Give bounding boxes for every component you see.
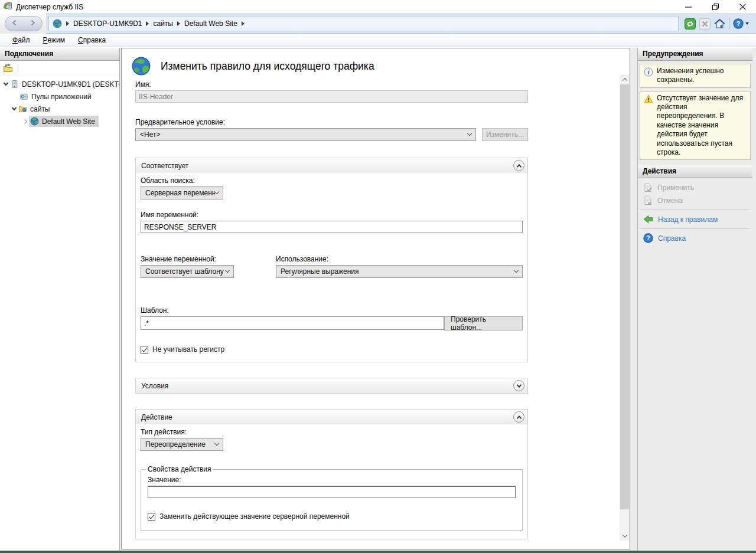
pattern-label: Шаблон: (141, 306, 523, 315)
apply-label: Применить (657, 184, 694, 192)
menu-view[interactable]: Режим (37, 34, 72, 47)
expander-open-icon[interactable] (10, 108, 18, 110)
help-icon: ? (643, 233, 653, 243)
pattern-input[interactable] (141, 316, 444, 330)
name-input[interactable] (135, 90, 528, 103)
main-area: Изменить правило для исходящего трафика … (120, 48, 637, 551)
action-section: Действие Тип действия: Переопределение С… (135, 409, 528, 539)
close-button[interactable] (729, 0, 756, 14)
breadcrumb-separator-icon (66, 21, 69, 26)
breadcrumb-server[interactable]: DESKTOP-U1MK9D1 (73, 19, 142, 28)
back-arrow-icon (643, 214, 653, 224)
match-section: Соответствует Область поиска: Серверная … (135, 158, 528, 362)
sites-folder-icon (18, 104, 27, 113)
ignore-case-checkbox[interactable] (141, 346, 148, 354)
tree-label-server: DESKTOP-U1MK9D1 (DESKTOI (22, 80, 119, 89)
page-globe-icon (131, 56, 151, 76)
breadcrumb: DESKTOP-U1MK9D1 сайты Default Web Site (48, 16, 679, 31)
restore-button[interactable] (702, 0, 729, 14)
action-type-select[interactable]: Переопределение (141, 438, 223, 451)
replace-checkbox-row[interactable]: Заменить действующее значение серверной … (148, 512, 516, 521)
precondition-value: <Нет> (140, 130, 160, 139)
variable-value-select[interactable]: Соответствует шаблону (141, 265, 234, 278)
tree-node-server[interactable]: DESKTOP-U1MK9D1 (DESKTOI (0, 78, 119, 90)
collapse-section-button[interactable] (513, 411, 524, 423)
help-action[interactable]: ? Справка (638, 231, 752, 245)
ignore-case-checkbox-row[interactable]: Не учитывать регистр (141, 345, 523, 354)
scope-value: Серверная переменн (145, 189, 215, 197)
server-icon (10, 80, 19, 89)
toolbar-divider (729, 18, 729, 29)
connections-tree: DESKTOP-U1MK9D1 (DESKTOI Пулы приложений (0, 76, 119, 127)
save-connection-button[interactable] (3, 63, 13, 73)
back-to-rules-label: Назад к правилам (658, 215, 718, 224)
minimize-button[interactable] (674, 0, 702, 14)
expander-closed-icon[interactable] (21, 120, 29, 123)
replace-checkbox[interactable] (148, 513, 155, 521)
apply-action[interactable]: Применить (638, 181, 752, 194)
alerts-header: Предупреждения (638, 48, 752, 61)
help-button[interactable]: ? (733, 18, 749, 29)
warning-alert: Отсутствует значение для действия переоп… (640, 91, 751, 161)
actions-divider (640, 228, 750, 229)
refresh-button[interactable] (685, 18, 696, 30)
home-button[interactable] (714, 18, 725, 30)
tree-label-app-pools: Пулы приложений (31, 93, 92, 101)
scrollbar-thumb[interactable] (620, 84, 629, 509)
vertical-scrollbar[interactable] (620, 74, 630, 541)
site-globe-icon (53, 19, 62, 28)
actions-header: Действия (638, 165, 752, 178)
page-title: Изменить правило для исходящего трафика (161, 60, 374, 73)
tree-node-default-web-site[interactable]: Default Web Site (0, 115, 119, 127)
action-properties-title: Свойства действия (146, 465, 213, 473)
edit-precondition-button[interactable]: Изменить... (482, 128, 528, 141)
title-bar: Диспетчер служб IIS (0, 0, 756, 14)
action-value-label: Значение: (148, 476, 516, 484)
info-alert: i Изменения успешно сохранены. (640, 64, 751, 88)
ignore-case-label: Не учитывать регистр (152, 345, 224, 354)
breadcrumb-separator-icon (177, 21, 180, 26)
connections-header: Подключения (0, 48, 119, 61)
action-type-label: Тип действия: (141, 428, 523, 436)
app-pools-icon (19, 92, 28, 101)
usage-label: Использование: (276, 255, 523, 263)
tree-label-sites: сайты (30, 105, 50, 113)
action-value-input[interactable] (148, 486, 516, 498)
selected-tree-item[interactable]: Default Web Site (29, 116, 99, 127)
precondition-select[interactable]: <Нет> (135, 128, 476, 141)
address-strip: DESKTOP-U1MK9D1 сайты Default Web Site (46, 14, 756, 34)
apply-icon (643, 183, 653, 192)
replace-label: Заменить действующее значение серверной … (159, 512, 350, 521)
name-label: Имя: (135, 80, 528, 89)
match-section-title: Соответствует (141, 162, 188, 170)
back-to-rules-action[interactable]: Назад к правилам (638, 212, 752, 226)
usage-select[interactable]: Регулярные выражения (276, 265, 523, 278)
scope-label: Область поиска: (141, 176, 523, 185)
menu-file[interactable]: Файл (6, 34, 37, 47)
expand-section-button[interactable] (513, 380, 524, 391)
scope-select[interactable]: Серверная переменн (141, 186, 223, 199)
right-panel: Предупреждения i Изменения успешно сохра… (637, 48, 756, 551)
tree-node-app-pools[interactable]: Пулы приложений (0, 90, 119, 103)
stop-button[interactable] (699, 18, 711, 30)
back-button[interactable] (11, 19, 18, 28)
warning-icon (644, 94, 653, 104)
breadcrumb-separator-icon (146, 21, 149, 26)
collapse-section-button[interactable] (513, 160, 524, 171)
scroll-up-button[interactable] (620, 74, 630, 84)
expander-open-icon[interactable] (2, 83, 10, 85)
chevron-down-icon (214, 189, 219, 194)
test-pattern-button[interactable]: Проверить шаблон... (444, 316, 523, 331)
site-globe-icon (30, 117, 39, 126)
variable-name-input[interactable] (141, 221, 523, 233)
breadcrumb-separator-icon (242, 21, 245, 26)
menu-help[interactable]: Справка (71, 34, 112, 47)
tree-node-sites[interactable]: сайты (0, 103, 119, 115)
forward-button[interactable] (29, 19, 37, 28)
scroll-down-button[interactable] (620, 531, 630, 541)
cancel-action[interactable]: Отмена (638, 194, 752, 207)
breadcrumb-sites[interactable]: сайты (153, 19, 173, 28)
breadcrumb-default-web-site[interactable]: Default Web Site (184, 19, 237, 28)
precondition-label: Предварительное условие: (135, 118, 528, 126)
chevron-down-icon (514, 268, 519, 273)
